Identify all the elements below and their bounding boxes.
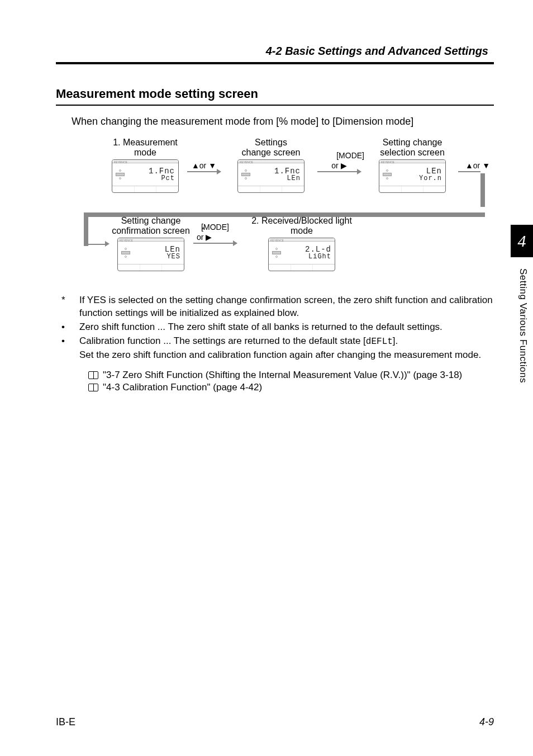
footer-page-number: 4-9 bbox=[479, 716, 494, 728]
node4-label2: confirmation screen bbox=[112, 226, 190, 235]
node3-label1: Setting change bbox=[383, 138, 442, 147]
note3-code: dEFLt bbox=[366, 337, 393, 347]
device4-line1: LEn bbox=[165, 245, 180, 253]
device5-line1: 2.L-d bbox=[305, 245, 331, 253]
node4-label1: Setting change bbox=[121, 216, 181, 225]
node-settings-change: Settingschange screen KEYENCE 1.FncLEn bbox=[226, 138, 316, 193]
ref1-text: "3-7 Zero Shift Function (Shifting the I… bbox=[103, 370, 462, 381]
node-received-blocked: 2. Received/Blocked lightmode KEYENCE 2.… bbox=[240, 216, 363, 271]
flow-row-1: 1. Measurementmode KEYENCE 1.FncPct ▲or … bbox=[101, 138, 494, 210]
note2-text: Zero shift function ... The zero shift s… bbox=[79, 321, 494, 334]
node1-label2: mode bbox=[134, 148, 156, 157]
note-continuation: Set the zero shift function and calibrat… bbox=[56, 349, 494, 362]
device5-line2: LiGht bbox=[308, 253, 331, 260]
note-bullet-zero-shift: • Zero shift function ... The zero shift… bbox=[56, 321, 494, 334]
node5-label1: 2. Received/Blocked light bbox=[251, 216, 352, 225]
device3-line2: Yor.n bbox=[419, 175, 442, 182]
connector-1-2: ▲or ▼ bbox=[184, 161, 223, 172]
flow-return-down bbox=[480, 173, 485, 207]
device-1: KEYENCE 1.FncPct bbox=[112, 159, 179, 193]
note4-text: Set the zero shift function and calibrat… bbox=[79, 349, 494, 362]
section-title: Measurement mode setting screen bbox=[56, 87, 494, 101]
footer-doc-id: IB-E bbox=[56, 716, 75, 728]
chapter-tab: 4 bbox=[511, 225, 533, 257]
ref2-text: "4-3 Calibration Function" (page 4-42) bbox=[103, 382, 262, 393]
device2-line2: LEn bbox=[287, 175, 301, 182]
chapter-label: Setting Various Functions bbox=[517, 268, 529, 383]
node-confirmation-screen: Setting change confirmation screen * KEY… bbox=[101, 216, 201, 271]
device3-line1: LEn bbox=[426, 167, 442, 175]
node3-label2: selection screen bbox=[380, 148, 445, 157]
connector-4-5: [MODE] or ▶ bbox=[190, 223, 240, 244]
notes-block: * If YES is selected on the setting chan… bbox=[56, 294, 494, 362]
node-measurement-mode: 1. Measurementmode KEYENCE 1.FncPct bbox=[101, 138, 190, 193]
connector-2-3: [MODE] or ▶ bbox=[314, 151, 364, 172]
running-header: 4-2 Basic Settings and Advanced Settings bbox=[56, 45, 494, 58]
node-selection-screen: Setting changeselection screen KEYENCE L… bbox=[368, 138, 457, 193]
flow-return-up bbox=[84, 212, 88, 246]
intro-text: When changing the measurement mode from … bbox=[72, 116, 494, 127]
note1-text: If YES is selected on the setting change… bbox=[79, 294, 494, 320]
connector45-mode: [MODE] bbox=[190, 223, 240, 231]
device2-line1: 1.Fnc bbox=[274, 167, 301, 175]
note-asterisk: * If YES is selected on the setting chan… bbox=[56, 294, 494, 320]
note3a-text: Calibration function ... The settings ar… bbox=[79, 336, 366, 346]
ref-2: "4-3 Calibration Function" (page 4-42) bbox=[88, 382, 494, 393]
device-5: KEYENCE 2.L-dLiGht bbox=[268, 238, 335, 271]
header-rule bbox=[56, 62, 494, 64]
device1-line2: Pct bbox=[161, 175, 175, 182]
node2-label1: Settings bbox=[255, 138, 287, 147]
ref-1: "3-7 Zero Shift Function (Shifting the I… bbox=[88, 370, 494, 381]
node1-label1: 1. Measurement bbox=[113, 138, 178, 147]
footer: IB-E 4-9 bbox=[56, 716, 494, 728]
flow-row-2: Setting change confirmation screen * KEY… bbox=[101, 216, 494, 289]
device-4: KEYENCE LEnYES bbox=[117, 238, 184, 271]
connector23-mode: [MODE] bbox=[314, 151, 364, 160]
device1-line1: 1.Fnc bbox=[149, 167, 175, 175]
note3b-text: ]. bbox=[393, 336, 398, 346]
references: "3-7 Zero Shift Function (Shifting the I… bbox=[88, 370, 494, 393]
device-3: KEYENCE LEnYor.n bbox=[379, 159, 446, 193]
connector-3-right: ▲or ▼ bbox=[458, 161, 497, 172]
book-icon bbox=[88, 384, 98, 391]
node2-label2: change screen bbox=[242, 148, 301, 157]
device-2: KEYENCE 1.FncLEn bbox=[237, 159, 304, 193]
book-icon bbox=[88, 371, 98, 379]
note-bullet-calibration: • Calibration function ... The settings … bbox=[56, 335, 494, 348]
connector3r-label: ▲or ▼ bbox=[458, 161, 497, 170]
device4-line2: YES bbox=[166, 253, 180, 260]
section-rule bbox=[56, 105, 494, 106]
node5-label2: mode bbox=[291, 226, 313, 235]
